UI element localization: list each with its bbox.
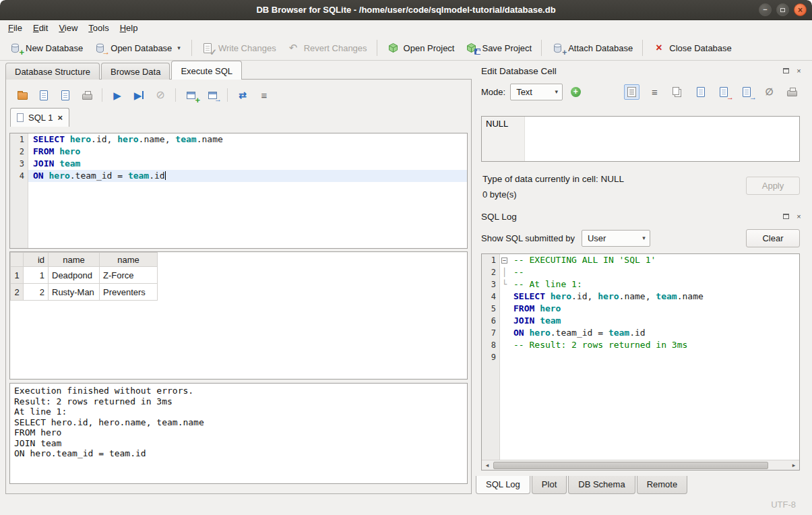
new-tab-button[interactable]: + [184,88,197,102]
open-project-button[interactable]: Open Project [382,39,460,57]
save-cell-button[interactable] [693,84,708,100]
toolbar-separator [227,88,228,102]
code-line[interactable]: 5FROM hero [482,303,799,315]
fold-marker [500,315,509,327]
close-dock-button[interactable]: × [794,212,804,222]
code-line[interactable]: 4ON hero.team_id = team.id [10,170,467,182]
clear-log-button[interactable]: Clear [746,229,800,247]
open-database-dropdown-icon[interactable]: ▾ [176,44,182,51]
code-line[interactable]: 1SELECT hero.id, hero.name, team.name [10,133,467,146]
sql-log-view[interactable]: 1−-- EXECUTING ALL IN 'SQL 1'2│--3└-- At… [482,254,799,460]
line-number: 3 [482,278,500,291]
cell-id[interactable]: 1 [24,267,49,284]
code-text: -- At line 1: [509,278,799,291]
new-database-button[interactable]: + New Database [4,39,88,57]
execute-all-button[interactable]: ▶ [111,88,124,102]
code-line[interactable]: 9 [482,351,799,363]
sql-tab-label: SQL 1 [28,113,53,123]
row-header[interactable]: 1 [11,267,24,284]
text-mode-button[interactable] [624,84,639,100]
maximize-button[interactable] [776,3,789,16]
menu-help[interactable]: Help [115,22,144,34]
tab-database-structure[interactable]: Database Structure [5,63,100,80]
float-dock-button[interactable] [781,66,791,76]
close-button[interactable]: × [794,3,807,16]
tab-plus-icon [187,92,195,99]
table-row: 1 1 Deadpond Z-Force [11,267,158,284]
scrollbar-thumb[interactable] [493,462,768,469]
code-line[interactable]: 3JOIN team [10,158,467,170]
plus-badge-icon: + [562,49,567,57]
cell-team-name[interactable]: Z-Force [100,267,158,284]
fold-marker[interactable]: − [500,254,509,266]
save-sql-file-button[interactable] [37,88,51,102]
menu-tools[interactable]: Tools [83,22,114,34]
cell-hero-name[interactable]: Rusty-Man [49,284,100,301]
word-wrap-cell-button[interactable]: ≡ [647,84,662,100]
mode-select[interactable]: Text ▾ [510,84,563,100]
code-line[interactable]: 8-- Result: 2 rows returned in 3ms [482,339,799,351]
code-line[interactable]: 1−-- EXECUTING ALL IN 'SQL 1' [482,254,799,266]
float-dock-button[interactable] [781,212,791,222]
import-cell-button[interactable]: → [716,84,731,100]
minimize-button[interactable]: − [759,3,772,16]
execute-current-line-button[interactable]: ▶ [132,88,146,102]
dock-tab-remote[interactable]: Remote [637,476,688,494]
cell-editor[interactable]: NULL [481,116,800,162]
column-header-id[interactable]: id [24,253,49,267]
auto-detect-icon: + [571,87,581,97]
code-line[interactable]: 3└-- At line 1: [482,278,799,291]
set-null-button[interactable]: ∅ [761,84,777,100]
print-button[interactable] [80,88,94,102]
scroll-left-icon[interactable]: ◂ [482,462,493,468]
table-row: 2 2 Rusty-Man Preventers [11,284,158,301]
close-dock-button[interactable]: × [794,66,804,76]
copy-cell-button[interactable] [670,84,685,100]
cell-size-info: 0 byte(s) [482,189,517,200]
cell-hero-name[interactable]: Deadpond [49,267,100,284]
menu-view[interactable]: View [53,22,83,34]
find-replace-button[interactable]: ⇄ [236,88,249,102]
code-line[interactable]: 7ON hero.team_id = team.id [482,327,799,339]
sql-tab-close-icon[interactable]: × [57,113,63,122]
column-header-name2[interactable]: name [100,253,158,267]
code-line[interactable]: 2│-- [482,266,799,278]
horizontal-scrollbar[interactable]: ◂ ▸ [482,460,799,470]
row-header[interactable]: 2 [11,284,24,301]
menu-file[interactable]: File [3,22,28,34]
export-cell-button[interactable]: → [739,84,754,100]
copy-icon [673,87,679,95]
sql-tab[interactable]: SQL 1 × [10,108,69,127]
save-project-button[interactable]: Save Project [460,39,536,57]
code-line[interactable]: 2FROM hero [10,146,467,158]
open-database-button[interactable]: → Open Database ▾ [89,39,187,57]
detach-tab-button[interactable]: → [206,88,219,102]
dock-tab-db-schema[interactable]: DB Schema [568,476,635,494]
attach-database-button[interactable]: + Attach Database [546,39,637,57]
column-header-name1[interactable]: name [49,253,100,267]
submitted-by-select[interactable]: User ▾ [582,230,650,247]
tab-execute-sql[interactable]: Execute SQL [171,61,242,80]
open-sql-file-button[interactable] [15,88,29,102]
main-toolbar: + New Database → Open Database ▾ ✓ Write… [0,36,812,61]
sql-editor[interactable]: 1SELECT hero.id, hero.name, team.name2FR… [9,133,468,249]
submitted-by-value: User [582,233,610,243]
save-sql-file-as-button[interactable] [59,88,72,102]
collapse-icon[interactable]: − [501,258,507,264]
print-cell-button[interactable] [784,84,800,100]
cell-team-name[interactable]: Preventers [100,284,158,301]
dock-tab-plot[interactable]: Plot [532,476,567,494]
fold-marker: └ [500,278,509,291]
scroll-right-icon[interactable]: ▸ [788,462,799,468]
word-wrap-button[interactable]: ≡ [257,88,271,102]
auto-detect-button[interactable]: + [567,84,584,100]
code-line[interactable]: 4SELECT hero.id, hero.name, team.name [482,291,799,303]
close-database-button[interactable]: × Close Database [648,39,737,57]
code-text [509,351,799,363]
menu-edit[interactable]: Edit [28,22,53,34]
cell-id[interactable]: 2 [24,284,49,301]
line-number: 1 [10,133,28,146]
tab-browse-data[interactable]: Browse Data [101,63,170,80]
dock-tab-sql-log[interactable]: SQL Log [476,476,530,494]
code-line[interactable]: 6JOIN team [482,315,799,327]
